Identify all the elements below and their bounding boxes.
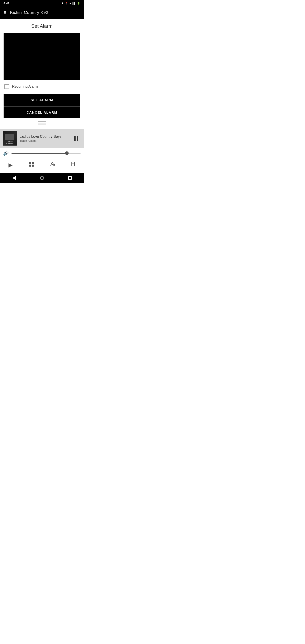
svg-rect-5 bbox=[54, 164, 55, 166]
pause-bar-right bbox=[77, 136, 78, 141]
bottom-nav: ▶ bbox=[0, 158, 84, 173]
back-icon bbox=[12, 176, 16, 180]
volume-fill bbox=[12, 153, 67, 154]
cancel-alarm-button[interactable]: CANCEL ALARM bbox=[4, 106, 80, 118]
play-icon: ▶ bbox=[8, 162, 12, 168]
drag-line-1 bbox=[38, 122, 46, 122]
pause-icon bbox=[74, 136, 78, 141]
video-player[interactable] bbox=[4, 33, 80, 80]
svg-rect-1 bbox=[32, 162, 34, 164]
drag-line-3 bbox=[38, 124, 46, 125]
recurring-alarm-checkbox[interactable] bbox=[4, 84, 10, 89]
grid-icon bbox=[29, 162, 34, 168]
back-button[interactable] bbox=[12, 175, 17, 181]
volume-icon: 🔊 bbox=[3, 150, 9, 156]
recents-icon bbox=[68, 176, 72, 180]
status-icons: ⏺ 📍 ▲ ▌▌ 🔋 bbox=[61, 2, 80, 5]
track-info: Ladies Love Country Boys Trace Adkins bbox=[20, 134, 71, 142]
home-button[interactable] bbox=[39, 175, 45, 181]
album-art: TRACE ADKINS bbox=[3, 131, 17, 146]
track-artist: Trace Adkins bbox=[20, 139, 71, 142]
home-icon bbox=[40, 176, 44, 180]
now-playing-bar: TRACE ADKINS Ladies Love Country Boys Tr… bbox=[0, 129, 84, 148]
nav-grid[interactable] bbox=[25, 160, 38, 170]
pause-bar-left bbox=[74, 136, 76, 141]
recurring-alarm-row: Recurring Alarm bbox=[4, 84, 80, 89]
nav-play[interactable]: ▶ bbox=[4, 160, 17, 170]
svg-rect-2 bbox=[29, 164, 31, 166]
main-content: Set Alarm Recurring Alarm SET ALARM CANC… bbox=[0, 19, 84, 129]
nav-notes[interactable] bbox=[67, 160, 80, 170]
recents-button[interactable] bbox=[67, 175, 73, 181]
location-icon: 📍 bbox=[65, 2, 68, 5]
drag-handle-area bbox=[4, 118, 80, 127]
album-art-text: TRACE ADKINS bbox=[3, 141, 17, 145]
page-title: Set Alarm bbox=[31, 23, 52, 29]
volume-thumb[interactable] bbox=[65, 152, 69, 155]
contact-icon bbox=[50, 162, 55, 168]
svg-rect-0 bbox=[29, 162, 31, 164]
system-nav bbox=[0, 173, 84, 183]
record-icon: ⏺ bbox=[61, 2, 64, 4]
app-title: Kickin' Country K92 bbox=[10, 10, 48, 15]
drag-handle bbox=[38, 122, 46, 125]
album-art-inner: TRACE ADKINS bbox=[3, 131, 17, 146]
volume-bar-area: 🔊 bbox=[0, 148, 84, 158]
battery-icon: 🔋 bbox=[77, 2, 80, 5]
menu-icon[interactable]: ≡ bbox=[4, 10, 6, 16]
app-bar: ≡ Kickin' Country K92 bbox=[0, 6, 84, 19]
recurring-alarm-label: Recurring Alarm bbox=[12, 84, 38, 88]
status-time: 4:41 bbox=[4, 2, 10, 5]
svg-point-4 bbox=[52, 162, 53, 164]
volume-track[interactable] bbox=[12, 153, 81, 154]
track-title: Ladies Love Country Boys bbox=[20, 134, 71, 139]
nav-contact[interactable] bbox=[46, 160, 59, 170]
wifi-icon: ▲ bbox=[69, 2, 72, 4]
set-alarm-button[interactable]: SET ALARM bbox=[4, 94, 80, 106]
pause-button[interactable] bbox=[71, 134, 81, 143]
drag-line-2 bbox=[38, 123, 46, 124]
buttons-container: SET ALARM CANCEL ALARM bbox=[4, 94, 80, 118]
album-art-silhouette bbox=[5, 134, 14, 140]
svg-rect-3 bbox=[32, 164, 34, 166]
status-bar: 4:41 ⏺ 📍 ▲ ▌▌ 🔋 bbox=[0, 0, 84, 6]
signal-icon: ▌▌ bbox=[72, 2, 76, 4]
notes-icon bbox=[71, 162, 76, 168]
